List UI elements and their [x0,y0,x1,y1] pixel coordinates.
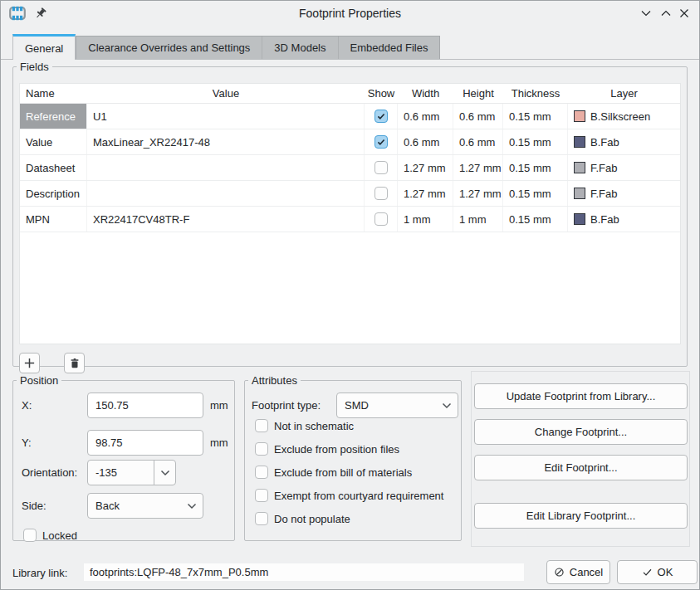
field-layer[interactable]: B.Fab [568,207,680,232]
field-thickness[interactable]: 0.15 mm [503,129,568,154]
col-name[interactable]: Name [20,84,87,103]
plus-icon [23,357,36,369]
do-not-populate-checkbox[interactable] [255,512,268,525]
field-value[interactable] [87,181,365,206]
show-checkbox[interactable] [374,212,388,226]
field-layer[interactable]: B.Fab [568,129,680,154]
tab-embedded-files[interactable]: Embedded Files [339,37,440,59]
fields-group-label: Fields [17,61,52,73]
field-layer[interactable]: B.Silkscreen [568,104,680,129]
field-height[interactable]: 1.27 mm [453,181,503,206]
footprint-properties-dialog: Footprint Properties General Clearance O… [0,0,700,590]
layer-color-swatch [574,136,585,148]
do-not-populate-checkbox-row[interactable]: Do not populate [255,512,350,525]
edit-footprint-button[interactable]: Edit Footprint... [474,455,688,480]
add-field-button[interactable] [19,353,40,373]
x-position-field[interactable] [87,393,203,418]
show-checkbox[interactable] [374,110,388,123]
field-name[interactable]: MPN [20,207,87,232]
exempt-courtyard-checkbox[interactable] [255,489,268,502]
attributes-group-label: Attributes [248,374,301,387]
orientation-combo[interactable]: -135 [87,460,176,485]
side-label: Side: [22,500,47,512]
layer-color-swatch [574,110,585,122]
tab-general[interactable]: General [12,34,76,60]
field-name[interactable]: Reference [20,104,87,129]
change-footprint-button[interactable]: Change Footprint... [474,419,688,445]
orientation-label: Orientation: [22,466,77,479]
field-width[interactable]: 0.6 mm [398,104,453,129]
show-checkbox[interactable] [374,161,388,174]
window-shade-button[interactable] [639,7,653,20]
col-thickness[interactable]: Thickness [503,84,568,103]
field-thickness[interactable]: 0.15 mm [503,181,568,206]
show-checkbox[interactable] [374,135,388,149]
x-unit-label: mm [210,399,228,412]
field-height[interactable]: 0.6 mm [453,104,503,129]
field-thickness[interactable]: 0.15 mm [503,104,568,129]
field-thickness[interactable]: 0.15 mm [503,155,568,180]
field-width[interactable]: 1 mm [398,207,453,232]
field-layer[interactable]: F.Fab [568,181,680,206]
field-layer[interactable]: F.Fab [568,155,680,180]
x-label: X: [22,399,32,412]
field-value[interactable]: U1 [87,104,365,129]
field-name[interactable]: Value [20,129,87,154]
field-name[interactable]: Description [20,181,87,206]
exclude-bom-checkbox-row[interactable]: Exclude from bill of materials [255,466,412,479]
fields-table-header: Name Value Show Width Height Thickness L… [20,84,680,104]
side-dropdown[interactable]: Back [87,493,203,519]
y-position-field[interactable] [87,430,203,456]
update-footprint-from-library-button[interactable]: Update Footprint from Library... [474,383,688,409]
not-in-schematic-checkbox[interactable] [255,419,268,432]
exclude-bom-checkbox[interactable] [255,466,268,479]
chevron-down-icon[interactable] [154,461,175,485]
locked-checkbox-row[interactable]: Locked [23,529,77,542]
tab-3d-models[interactable]: 3D Models [262,37,338,59]
cancel-button[interactable]: Cancel [546,560,610,584]
show-checkbox[interactable] [374,187,388,200]
window-maximize-button[interactable] [659,7,673,20]
col-show[interactable]: Show [365,84,398,103]
window-close-button[interactable] [678,7,691,20]
field-height[interactable]: 0.6 mm [453,129,503,154]
col-height[interactable]: Height [453,84,503,103]
table-row-value[interactable]: Value MaxLinear_XR22417-48 0.6 mm 0.6 mm… [20,129,680,155]
table-row-reference[interactable]: Reference U1 0.6 mm 0.6 mm 0.15 mm B.Sil… [20,104,680,129]
col-layer[interactable]: Layer [568,84,680,103]
col-width[interactable]: Width [398,84,453,103]
field-width[interactable]: 1.27 mm [398,155,453,180]
footprint-type-dropdown[interactable]: SMD [336,393,458,418]
exclude-position-files-checkbox-row[interactable]: Exclude from position files [255,442,399,456]
edit-library-footprint-button[interactable]: Edit Library Footprint... [474,503,688,529]
attributes-group: Attributes Footprint type: SMD Not in sc… [244,374,462,541]
layer-color-swatch [574,213,585,225]
table-row-description[interactable]: Description 1.27 mm 1.27 mm 0.15 mm F.Fa… [20,181,680,207]
fields-group: Fields Name Value Show Width Height Thic… [12,61,688,367]
ok-button[interactable]: OK [617,560,698,584]
inactive-tabs: Clearance Overrides and Settings 3D Mode… [76,36,440,59]
field-thickness[interactable]: 0.15 mm [503,207,568,232]
col-value[interactable]: Value [87,84,365,103]
field-width[interactable]: 0.6 mm [398,129,453,154]
y-label: Y: [22,436,32,449]
library-link-label: Library link: [12,567,67,579]
not-in-schematic-checkbox-row[interactable]: Not in schematic [255,419,354,432]
field-width[interactable]: 1.27 mm [398,181,453,206]
field-height[interactable]: 1.27 mm [453,155,503,180]
delete-field-button[interactable] [64,353,85,373]
exclude-position-files-checkbox[interactable] [255,442,268,456]
field-value[interactable] [87,155,365,180]
table-row-datasheet[interactable]: Datasheet 1.27 mm 1.27 mm 0.15 mm F.Fab [20,155,680,181]
field-height[interactable]: 1 mm [453,207,503,232]
locked-checkbox[interactable] [23,529,37,542]
field-value[interactable]: XR22417CV48TR-F [87,207,365,232]
y-unit-label: mm [210,436,228,449]
footprint-type-label: Footprint type: [252,399,321,412]
field-value[interactable]: MaxLinear_XR22417-48 [87,129,365,154]
exempt-courtyard-checkbox-row[interactable]: Exempt from courtyard requirement [255,489,443,502]
library-link-value: footprints:LQFP-48_7x7mm_P0.5mm [84,563,524,581]
tab-clearance-overrides[interactable]: Clearance Overrides and Settings [76,37,262,59]
field-name[interactable]: Datasheet [20,155,87,180]
table-row-mpn[interactable]: MPN XR22417CV48TR-F 1 mm 1 mm 0.15 mm B.… [20,207,680,232]
